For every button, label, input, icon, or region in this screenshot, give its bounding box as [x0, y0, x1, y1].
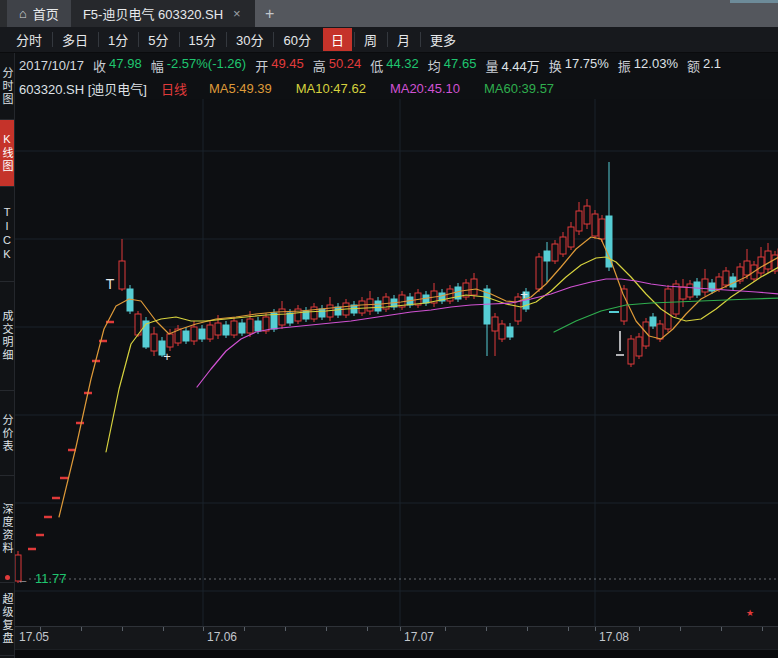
x-axis-tick	[486, 627, 487, 631]
ma-legend-undefined: MA20:45.10	[390, 81, 460, 96]
timeframe-多日[interactable]: 多日	[52, 28, 98, 51]
quote-date: 2017/10/17	[19, 58, 84, 73]
x-axis-strip: 17.0517.0617.0717.08	[15, 626, 778, 649]
tabbar-left-edge	[0, 0, 7, 27]
quote-fields: 收47.98幅-2.57%(-1.26)开49.45高50.24低44.32均4…	[93, 56, 721, 75]
sidebar-item-TICK[interactable]: TICK	[0, 187, 14, 282]
quote-field: 幅-2.57%(-1.26)	[151, 56, 247, 75]
x-axis-tick	[568, 627, 569, 631]
x-axis-tick	[203, 627, 204, 631]
sidebar-item-K线图[interactable]: K线图	[0, 120, 14, 187]
ma-legend-undefined: MA60:39.57	[484, 81, 554, 96]
period-label: 日线	[161, 79, 187, 98]
timeframe-30分[interactable]: 30分	[226, 28, 273, 51]
sidebar-item-分价表[interactable]: 分价表	[0, 391, 14, 476]
sidebar-item-分时图[interactable]: 分时图	[0, 53, 14, 120]
quote-field: 低44.32	[370, 56, 419, 75]
timeframe-分时[interactable]: 分时	[6, 28, 52, 51]
timeframe-toolbar: 分时多日1分5分15分30分60分日周月更多	[0, 27, 778, 53]
x-axis-tick	[244, 627, 245, 631]
quote-field: 额2.1	[687, 56, 721, 75]
new-tab-button[interactable]: +	[255, 0, 285, 27]
timeframe-5分[interactable]: 5分	[138, 28, 178, 51]
quote-field: 均47.65	[428, 56, 477, 75]
ma-legend-undefined: MA5:49.39	[209, 81, 272, 96]
x-axis-tick	[40, 627, 41, 631]
x-axis-tick	[680, 627, 681, 631]
x-axis-tick	[762, 627, 763, 631]
svg-text:11.77: 11.77	[35, 571, 67, 586]
sidebar-item-成交明细[interactable]: 成交明细	[0, 282, 14, 391]
main-row: 分时图K线图TICK成交明细分价表深度资料超级复盘 2017/10/17 收47…	[0, 53, 778, 658]
svg-text:★: ★	[746, 608, 754, 618]
home-icon: ⌂	[19, 7, 27, 20]
quote-field: 收47.98	[93, 56, 142, 75]
x-axis-tick	[163, 627, 164, 631]
tab-active-label: F5-迪贝电气 603320.SH	[83, 4, 223, 23]
quote-field: 高50.24	[313, 56, 362, 75]
svg-text:+: +	[520, 287, 528, 302]
quote-field: 量4.44万	[485, 56, 539, 75]
left-sidebar: 分时图K线图TICK成交明细分价表深度资料超级复盘	[0, 53, 15, 658]
bottom-strip	[15, 649, 778, 658]
symbol-label: 603320.SH [迪贝电气]	[19, 79, 147, 98]
tab-home-label: 首页	[33, 4, 59, 23]
chart-area[interactable]: ←11.77T++★	[15, 99, 778, 626]
ma-values: MA5:49.39MA10:47.62MA20:45.10MA60:39.57	[209, 81, 554, 96]
timeframe-周[interactable]: 周	[354, 28, 387, 51]
x-axis-tick	[445, 627, 446, 631]
timeframe-月[interactable]: 月	[387, 28, 420, 51]
timeframe-日[interactable]: 日	[323, 28, 352, 51]
x-axis-tick	[527, 627, 528, 631]
svg-text:+: +	[163, 349, 171, 364]
x-axis-label-17.07: 17.07	[404, 630, 434, 644]
right-column: 2017/10/17 收47.98幅-2.57%(-1.26)开49.45高50…	[15, 53, 778, 658]
x-axis-tick	[400, 627, 401, 631]
timeframe-1分[interactable]: 1分	[98, 28, 138, 51]
sidebar-item-深度资料[interactable]: 深度资料	[0, 476, 14, 583]
timeframe-15分[interactable]: 15分	[179, 28, 226, 51]
x-axis-label-17.08: 17.08	[599, 630, 629, 644]
x-axis-label-17.05: 17.05	[19, 630, 49, 644]
window-corner-accent	[730, 0, 778, 3]
timeframe-更多[interactable]: 更多	[420, 28, 466, 51]
x-axis-label-17.06: 17.06	[207, 630, 237, 644]
x-axis-tick	[81, 627, 82, 631]
sidebar-alert-dot	[5, 575, 10, 580]
ma-legend-undefined: MA10:47.62	[296, 81, 366, 96]
tab-bar: ⌂ 首页 F5-迪贝电气 603320.SH × +	[0, 0, 778, 27]
quote-field: 开49.45	[255, 56, 304, 75]
tab-active-stock[interactable]: F5-迪贝电气 603320.SH ×	[71, 0, 255, 27]
candlestick-chart[interactable]: ←11.77T++★	[15, 99, 778, 629]
x-axis-tick	[326, 627, 327, 631]
stock-app-window: ⌂ 首页 F5-迪贝电气 603320.SH × + 分时多日1分5分15分30…	[0, 0, 778, 658]
x-axis-tick	[721, 627, 722, 631]
quote-field: 振12.03%	[618, 56, 678, 75]
x-axis-tick	[122, 627, 123, 631]
x-axis-tick	[639, 627, 640, 631]
ma-legend-bar: 603320.SH [迪贝电气] 日线 MA5:49.39MA10:47.62M…	[15, 77, 778, 99]
x-axis-tick	[285, 627, 286, 631]
timeframe-60分[interactable]: 60分	[273, 28, 320, 51]
x-axis-tick	[367, 627, 368, 631]
x-axis-tick	[595, 627, 596, 631]
quote-field: 换17.75%	[549, 56, 609, 75]
tab-close-icon[interactable]: ×	[231, 6, 243, 21]
quote-info-bar: 2017/10/17 收47.98幅-2.57%(-1.26)开49.45高50…	[15, 53, 778, 77]
svg-text:T: T	[106, 276, 115, 292]
sidebar-item-超级复盘[interactable]: 超级复盘	[0, 583, 14, 656]
tab-home[interactable]: ⌂ 首页	[7, 0, 71, 27]
